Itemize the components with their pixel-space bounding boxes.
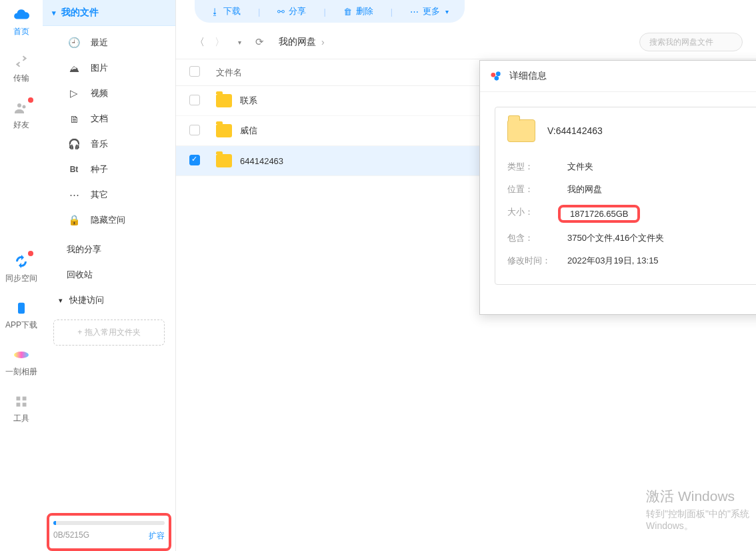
sidebar-item-music[interactable]: 🎧音乐 [43,131,175,157]
sidebar-header[interactable]: ▾ 我的文件 [43,0,175,26]
search-box [639,33,743,51]
svg-rect-6 [17,403,21,407]
main-panel: ⭳下载 | ⚯分享 | 🗑删除 | ⋯更多▾ 〈 〉 ▾ ⟳ 我的网盘› 文件名… [176,0,756,551]
svg-rect-5 [23,397,27,401]
sidebar-item-doc[interactable]: 🗎文档 [43,106,175,131]
svg-rect-2 [18,303,25,314]
image-icon: ⛰ [67,63,81,74]
storage-panel: 0B/5215G 扩容 [43,513,175,551]
navbar: 〈 〉 ▾ ⟳ 我的网盘› [176,27,756,59]
album-icon [12,346,31,364]
cloud-icon [12,5,31,24]
dots-icon: ⋯ [67,189,81,201]
nav-forward-button[interactable]: 〉 [209,32,229,52]
transfer-icon [12,52,31,71]
sidebar-item-trash[interactable]: 回收站 [43,262,175,288]
grid-icon [12,392,31,411]
detail-card: V:644142463 类型：文件夹 位置：我的网盘 大小：1871726.65… [495,107,756,285]
detail-contains: 3750个文件,416个文件夹 [567,232,664,244]
lock-icon: 🔒 [67,214,81,226]
toolbar: ⭳下载 | ⚯分享 | 🗑删除 | ⋯更多▾ [176,0,756,27]
chevron-down-icon: ▾ [445,8,449,15]
folder-icon [216,124,232,137]
svg-rect-7 [23,403,27,407]
annotation-box: 1871726.65GB [558,205,640,223]
share-icon: ⚯ [277,7,285,17]
windows-watermark: 激活 Windows 转到"控制面板"中的"系统 Windows。 [646,487,749,532]
detail-mtime: 2022年03月19日, 13:15 [567,255,659,267]
delete-button[interactable]: 🗑删除 [342,3,375,20]
phone-icon [12,299,31,318]
notification-dot-icon [28,251,33,256]
chevron-right-icon: › [321,37,325,47]
nav-refresh-button[interactable]: ⟳ [249,32,269,52]
svg-point-1 [23,105,26,109]
doc-icon: 🗎 [67,113,81,125]
svg-point-10 [495,76,499,81]
download-button[interactable]: ⭳下载 [209,3,242,20]
sidebar-item-other[interactable]: ⋯其它 [43,182,175,207]
dialog-title: 详细信息 [509,70,756,82]
rail-app[interactable]: APP下载 [0,294,43,340]
sidebar-drop-zone[interactable]: + 拖入常用文件夹 [53,320,165,346]
sidebar: ▾ 我的文件 🕘最近 ⛰图片 ▷视频 🗎文档 🎧音乐 Bt种子 ⋯其它 🔒隐藏空… [43,0,176,551]
clock-icon: 🕘 [67,37,81,49]
nav-back-button[interactable]: 〈 [189,32,209,52]
rail-friends[interactable]: 好友 [0,93,43,140]
svg-point-9 [496,71,501,76]
row-checkbox[interactable] [189,95,200,105]
sidebar-item-bt[interactable]: Bt种子 [43,157,175,182]
storage-bar [53,521,165,525]
row-checkbox[interactable] [189,155,200,165]
folder-icon [216,94,232,107]
headphone-icon: 🎧 [67,138,81,150]
trash-icon: 🗑 [343,7,352,17]
rail-home[interactable]: 首页 [0,0,43,47]
sidebar-item-recent[interactable]: 🕘最近 [43,30,175,55]
detail-location: 我的网盘 [567,183,602,195]
left-rail: 首页 传输 好友 同步空间 APP下载 一刻相册 工具 [0,0,43,551]
rail-tools[interactable]: 工具 [0,387,43,434]
svg-point-0 [17,103,21,107]
dots-icon: ⋯ [410,7,419,17]
sidebar-item-image[interactable]: ⛰图片 [43,55,175,81]
search-input[interactable] [639,33,743,51]
select-all-checkbox[interactable] [189,66,200,77]
row-checkbox[interactable] [189,125,200,135]
download-icon: ⭳ [211,7,219,17]
breadcrumb[interactable]: 我的网盘› [279,36,325,48]
storage-expand-link[interactable]: 扩容 [149,530,165,542]
detail-name: V:644142463 [547,125,603,136]
sidebar-item-hidden[interactable]: 🔒隐藏空间 [43,207,175,233]
share-button[interactable]: ⚯分享 [276,3,307,20]
folder-icon [507,119,535,142]
svg-point-3 [14,352,29,358]
chevron-down-icon: ▾ [59,296,63,305]
rail-album[interactable]: 一刻相册 [0,340,43,387]
rail-transfer[interactable]: 传输 [0,47,43,93]
sidebar-quick-access[interactable]: ▾快捷访问 [43,288,175,313]
rail-sync[interactable]: 同步空间 [0,247,43,294]
baidu-logo-icon [489,69,503,83]
detail-size: 1871726.65GB [570,209,628,219]
nav-dropdown-button[interactable]: ▾ [229,32,249,52]
folder-icon [216,154,232,167]
svg-rect-4 [17,397,21,401]
play-icon: ▷ [67,87,81,99]
detail-type: 文件夹 [567,161,593,173]
details-dialog: 详细信息 ✕ V:644142463 类型：文件夹 位置：我的网盘 大小：187… [479,60,756,315]
bt-icon: Bt [67,165,81,174]
svg-point-8 [491,73,496,77]
storage-used: 0B/5215G [53,530,89,542]
more-button[interactable]: ⋯更多▾ [409,3,450,20]
chevron-down-icon: ▾ [52,9,56,17]
sidebar-item-share[interactable]: 我的分享 [43,237,175,262]
notification-dot-icon [28,97,33,103]
sidebar-item-video[interactable]: ▷视频 [43,81,175,106]
